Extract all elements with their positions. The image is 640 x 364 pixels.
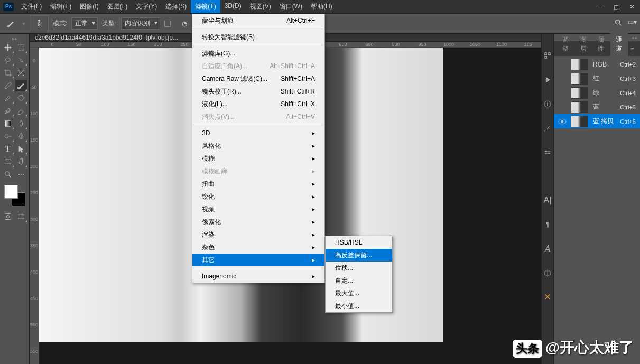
- menu-row[interactable]: 3D▸: [192, 127, 324, 139]
- brush-tool[interactable]: [2, 92, 14, 104]
- channel-row[interactable]: 蓝 拷贝Ctrl+6: [554, 114, 640, 128]
- submenu-row[interactable]: HSB/HSL: [326, 236, 392, 249]
- maximize-button[interactable]: ◻: [608, 0, 624, 14]
- zoom-tool[interactable]: [2, 169, 14, 180]
- menu-row[interactable]: 锐化▸: [192, 190, 324, 203]
- crop-tool[interactable]: [2, 67, 14, 79]
- submenu-row[interactable]: 高反差保留...: [326, 249, 392, 262]
- menu-item[interactable]: 视图(V): [246, 0, 275, 13]
- menu-item[interactable]: 文字(Y): [132, 0, 161, 13]
- eyedropper-tool[interactable]: [2, 80, 14, 91]
- type-tool[interactable]: T: [2, 143, 14, 155]
- color-swatches[interactable]: [4, 185, 25, 206]
- edit-toolbar[interactable]: ⋯: [15, 169, 28, 180]
- panel-tab[interactable]: 图层: [575, 33, 593, 56]
- brush-preset-picker[interactable]: 9: [30, 15, 49, 32]
- submenu-row[interactable]: 位移...: [326, 262, 392, 274]
- dodge-tool[interactable]: [2, 130, 14, 142]
- hand-tool[interactable]: [15, 156, 28, 167]
- panel-tab[interactable]: 属性: [592, 33, 610, 56]
- brush-settings-panel-icon[interactable]: [542, 147, 553, 158]
- pen-tool[interactable]: [15, 130, 28, 142]
- menu-item[interactable]: 图像(I): [76, 0, 103, 13]
- play-panel-icon[interactable]: [542, 74, 553, 86]
- menu-item[interactable]: 滤镜(T): [191, 0, 220, 13]
- visibility-eye-icon[interactable]: [558, 74, 567, 83]
- blur-tool[interactable]: [15, 118, 28, 129]
- toutiao-logo: 头条: [513, 340, 542, 358]
- frame-tool[interactable]: [15, 67, 28, 79]
- menu-row[interactable]: 像素化▸: [192, 216, 324, 228]
- menu-item[interactable]: 帮助(H): [307, 0, 337, 13]
- healing-brush-tool[interactable]: [15, 80, 28, 91]
- menu-row[interactable]: 蒙尘与划痕Alt+Ctrl+F: [192, 14, 324, 27]
- info-panel-icon[interactable]: i: [542, 98, 553, 110]
- menu-row[interactable]: 转换为智能滤镜(S): [192, 31, 324, 43]
- move-tool[interactable]: [2, 42, 14, 53]
- menu-item[interactable]: 窗口(W): [275, 0, 307, 13]
- menu-item[interactable]: 文件(F): [17, 0, 46, 13]
- eraser-tool[interactable]: [15, 105, 28, 117]
- channel-row[interactable]: 蓝Ctrl+5: [554, 100, 640, 114]
- menu-row[interactable]: 风格化▸: [192, 139, 324, 152]
- sample-all-layers-checkbox[interactable]: [164, 21, 171, 27]
- gradient-tool[interactable]: [2, 118, 14, 129]
- menu-row[interactable]: 扭曲▸: [192, 178, 324, 190]
- healing-brush-icon[interactable]: [3, 16, 18, 31]
- submenu-row[interactable]: 自定...: [326, 274, 392, 287]
- pressure-size-icon[interactable]: ◔: [177, 16, 192, 31]
- menu-row[interactable]: 杂色▸: [192, 241, 324, 254]
- path-selection-tool[interactable]: [15, 143, 28, 155]
- menu-row[interactable]: Imagenomic▸: [192, 270, 324, 283]
- type-select[interactable]: 内容识别 ▾: [121, 17, 160, 30]
- panel-tab[interactable]: 通道: [610, 33, 628, 56]
- svg-rect-18: [548, 53, 550, 55]
- menu-item[interactable]: 图层(L): [103, 0, 132, 13]
- quick-selection-tool[interactable]: [15, 54, 28, 66]
- panel-tab[interactable]: 调整: [557, 33, 575, 56]
- submenu-row[interactable]: 最大值...: [326, 287, 392, 300]
- visibility-eye-icon[interactable]: [558, 60, 567, 69]
- workspace-switcher-icon[interactable]: ▭▾: [628, 18, 637, 29]
- lasso-tool[interactable]: [2, 54, 14, 66]
- menu-row[interactable]: 模糊▸: [192, 152, 324, 165]
- visibility-eye-icon[interactable]: [558, 103, 567, 111]
- menu-item[interactable]: 3D(D): [220, 0, 246, 13]
- history-panel-icon[interactable]: [542, 50, 553, 61]
- channel-row[interactable]: 红Ctrl+3: [554, 71, 640, 86]
- minimize-button[interactable]: ─: [592, 0, 608, 14]
- menu-row[interactable]: 渲染▸: [192, 228, 324, 241]
- menu-row[interactable]: 其它▸: [192, 254, 324, 266]
- search-icon[interactable]: [614, 18, 623, 29]
- visibility-eye-icon[interactable]: [558, 89, 567, 97]
- character-panel-icon[interactable]: A|: [542, 194, 553, 206]
- panel-menu-icon[interactable]: ≡: [628, 43, 637, 56]
- title-bar: Ps 文件(F)编辑(E)图像(I)图层(L)文字(Y)选择(S)滤镜(T)3D…: [0, 0, 640, 14]
- channel-row[interactable]: 绿Ctrl+4: [554, 86, 640, 100]
- menu-row[interactable]: 滤镜库(G)...: [192, 47, 324, 60]
- menu-row[interactable]: 液化(L)...Shift+Ctrl+X: [192, 98, 324, 110]
- quick-mask-tool[interactable]: [2, 211, 14, 222]
- screen-mode-tool[interactable]: [15, 211, 28, 222]
- glyphs-panel-icon[interactable]: A: [542, 243, 553, 255]
- mode-select[interactable]: 正常 ▾: [71, 17, 98, 30]
- menu-row[interactable]: 视频▸: [192, 203, 324, 216]
- history-brush-tool[interactable]: [2, 105, 14, 117]
- close-button[interactable]: ✕: [624, 0, 640, 14]
- submenu-row[interactable]: 最小值...: [326, 300, 392, 312]
- marquee-tool[interactable]: [15, 42, 28, 53]
- menu-item[interactable]: 选择(S): [161, 0, 191, 13]
- paragraph-panel-icon[interactable]: ¶: [542, 219, 553, 230]
- menu-item[interactable]: 编辑(E): [46, 0, 76, 13]
- menu-row[interactable]: 镜头校正(R)...Shift+Ctrl+R: [192, 85, 324, 98]
- foreground-color[interactable]: [4, 185, 18, 199]
- 3d-panel-icon[interactable]: [542, 267, 553, 279]
- channel-row[interactable]: RGBCtrl+2: [554, 57, 640, 71]
- brushes-panel-icon[interactable]: [542, 123, 553, 134]
- clone-stamp-tool[interactable]: [15, 92, 28, 104]
- visibility-eye-icon[interactable]: [558, 117, 567, 126]
- menu-row[interactable]: Camera Raw 滤镜(C)...Shift+Ctrl+A: [192, 72, 324, 85]
- rectangle-tool[interactable]: [2, 156, 14, 167]
- tools-preset-panel-icon[interactable]: [542, 292, 553, 303]
- type-label: 类型:: [102, 19, 116, 28]
